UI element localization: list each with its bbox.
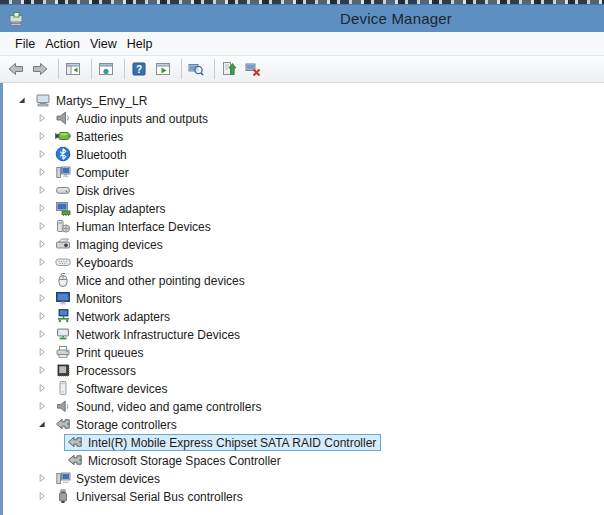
tree-item[interactable]: Sound, video and game controllers xyxy=(3,397,604,415)
forward-arrow-icon xyxy=(32,61,48,77)
help-button[interactable]: ? xyxy=(129,57,153,81)
tree-item-label: Universal Serial Bus controllers xyxy=(76,489,243,504)
tree-item-label: Monitors xyxy=(76,291,122,306)
row-content: Batteries xyxy=(52,128,128,145)
expander-collapsed-icon[interactable] xyxy=(36,292,48,304)
tree-item[interactable]: Universal Serial Bus controllers xyxy=(3,487,604,505)
expander-expanded-icon[interactable] xyxy=(36,418,48,430)
tree-item-label: Print queues xyxy=(76,345,143,360)
help-icon: ? xyxy=(131,61,147,77)
expander-collapsed-icon[interactable] xyxy=(36,130,48,142)
row-content: Bluetooth xyxy=(52,146,132,163)
expander-collapsed-icon[interactable] xyxy=(36,328,48,340)
menu-view[interactable]: View xyxy=(85,34,122,54)
keyboard-icon xyxy=(55,254,71,270)
expander-collapsed-icon[interactable] xyxy=(36,202,48,214)
window-title: Device Manager xyxy=(340,10,452,27)
tree-item-label: Sound, video and game controllers xyxy=(76,399,261,414)
properties-button[interactable] xyxy=(96,57,120,81)
toolbar-separator xyxy=(124,59,125,79)
tree-item-label: Martys_Envy_LR xyxy=(56,93,147,108)
expander-collapsed-icon[interactable] xyxy=(36,112,48,124)
expander-collapsed-icon[interactable] xyxy=(36,472,48,484)
forward-button[interactable] xyxy=(30,57,54,81)
printer-icon xyxy=(55,344,71,360)
properties-icon xyxy=(98,61,114,77)
tree-item-label: Network adapters xyxy=(76,309,170,324)
show-console-tree-button[interactable] xyxy=(63,57,87,81)
tree-item-label: Display adapters xyxy=(76,201,165,216)
expander-collapsed-icon[interactable] xyxy=(36,490,48,502)
tree-item[interactable]: Computer xyxy=(3,163,604,181)
back-button[interactable] xyxy=(6,57,30,81)
row-content: Software devices xyxy=(52,380,172,397)
menu-help[interactable]: Help xyxy=(122,34,158,54)
audio-device-icon xyxy=(55,110,71,126)
tree-item[interactable]: Mice and other pointing devices xyxy=(3,271,604,289)
row-content: Sound, video and game controllers xyxy=(52,398,266,415)
tree-item-label: Storage controllers xyxy=(76,417,177,432)
menu-file[interactable]: File xyxy=(10,34,40,54)
expander-collapsed-icon[interactable] xyxy=(36,274,48,286)
tree-item[interactable]: Monitors xyxy=(3,289,604,307)
sound-device-icon xyxy=(55,398,71,414)
tree-item[interactable]: Microsoft Storage Spaces Controller xyxy=(3,451,604,469)
battery-icon xyxy=(55,128,71,144)
scan-hardware-icon xyxy=(188,61,204,77)
device-manager-icon xyxy=(8,11,24,27)
expander-collapsed-icon[interactable] xyxy=(36,346,48,358)
expander-collapsed-icon[interactable] xyxy=(36,256,48,268)
row-content: Audio inputs and outputs xyxy=(52,110,213,127)
expander-collapsed-icon[interactable] xyxy=(36,220,48,232)
row-content: Imaging devices xyxy=(52,236,168,253)
row-content: Network Infrastructure Devices xyxy=(52,326,245,343)
tree-item[interactable]: Audio inputs and outputs xyxy=(3,109,604,127)
tree-item[interactable]: Keyboards xyxy=(3,253,604,271)
update-driver-button[interactable] xyxy=(219,57,243,81)
tree-item-label: Microsoft Storage Spaces Controller xyxy=(88,453,281,468)
tree-item[interactable]: Batteries xyxy=(3,127,604,145)
tree-item[interactable]: System devices xyxy=(3,469,604,487)
title-bar[interactable]: Device Manager xyxy=(0,4,604,32)
expander-collapsed-icon[interactable] xyxy=(36,166,48,178)
expander-collapsed-icon[interactable] xyxy=(36,238,48,250)
expander-collapsed-icon[interactable] xyxy=(36,310,48,322)
disk-drive-icon xyxy=(55,182,71,198)
tree-item[interactable]: Intel(R) Mobile Express Chipset SATA RAI… xyxy=(3,433,604,451)
uninstall-icon xyxy=(245,61,261,77)
expander-collapsed-icon[interactable] xyxy=(36,148,48,160)
row-content: Disk drives xyxy=(52,182,140,199)
tree-item[interactable]: Display adapters xyxy=(3,199,604,217)
tree-item[interactable]: Human Interface Devices xyxy=(3,217,604,235)
toolbar-separator xyxy=(58,59,59,79)
toolbar: ? xyxy=(0,55,604,83)
tree-item[interactable]: Bluetooth xyxy=(3,145,604,163)
toolbar-separator xyxy=(181,59,182,79)
menu-bar: FileActionViewHelp xyxy=(0,32,604,55)
expander-expanded-icon[interactable] xyxy=(16,94,28,106)
tree-item[interactable]: Network adapters xyxy=(3,307,604,325)
uninstall-button[interactable] xyxy=(243,57,267,81)
console-tree-icon xyxy=(65,61,81,77)
network-adapter-icon xyxy=(55,308,71,324)
update-driver-icon xyxy=(221,61,237,77)
expander-collapsed-icon[interactable] xyxy=(36,184,48,196)
expander-collapsed-icon[interactable] xyxy=(36,400,48,412)
tree-item[interactable]: Imaging devices xyxy=(3,235,604,253)
scan-hardware-changes-button[interactable] xyxy=(186,57,210,81)
tree-item[interactable]: Print queues xyxy=(3,343,604,361)
menu-action[interactable]: Action xyxy=(40,34,85,54)
tree-item[interactable]: Storage controllers xyxy=(3,415,604,433)
imaging-device-icon xyxy=(55,236,71,252)
tree-item[interactable]: Network Infrastructure Devices xyxy=(3,325,604,343)
tree-item[interactable]: Disk drives xyxy=(3,181,604,199)
show-action-pane-button[interactable] xyxy=(153,57,177,81)
expander-collapsed-icon[interactable] xyxy=(36,382,48,394)
selected-row-content: Intel(R) Mobile Express Chipset SATA RAI… xyxy=(64,434,381,451)
tree-item[interactable]: Martys_Envy_LR xyxy=(3,91,604,109)
tree-item[interactable]: Software devices xyxy=(3,379,604,397)
row-content: Processors xyxy=(52,362,141,379)
tree-item[interactable]: Processors xyxy=(3,361,604,379)
bluetooth-icon xyxy=(55,146,71,162)
expander-collapsed-icon[interactable] xyxy=(36,364,48,376)
